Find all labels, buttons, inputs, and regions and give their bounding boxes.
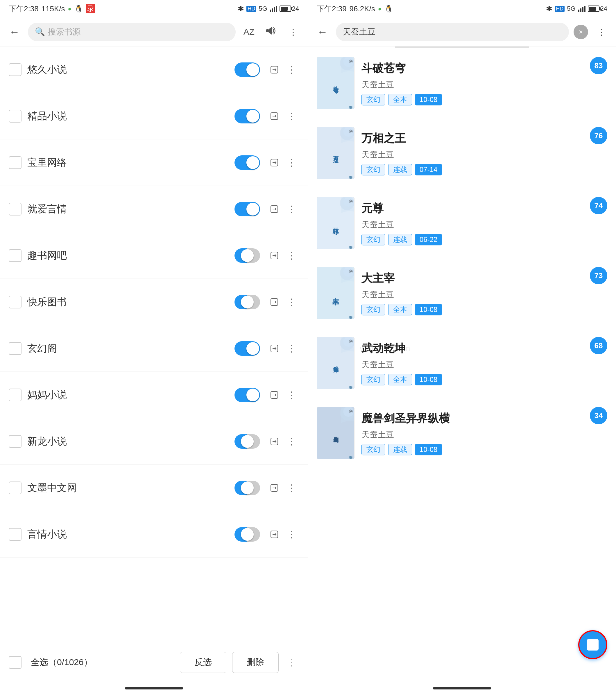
source-checkbox-3[interactable] (9, 203, 21, 216)
source-checkbox-1[interactable] (9, 110, 21, 122)
bottom-more-button[interactable]: ⋮ (284, 655, 299, 670)
left-status-bar: 下午2:38 115K/s ● 🐧 录 ✱ HD 5G 24 (0, 0, 308, 17)
inverse-select-button[interactable]: 反选 (180, 652, 226, 673)
source-more-4[interactable]: ⋮ (284, 248, 299, 263)
source-edit-10[interactable] (267, 527, 281, 542)
result-item[interactable]: 元尊 天蚕土豆 ❀ 元尊 天蚕土豆 玄幻 连载 06-22 74 (314, 188, 610, 258)
result-count-5: 34 (590, 407, 607, 424)
left-panel: 下午2:38 115K/s ● 🐧 录 ✱ HD 5G 24 ← (0, 0, 308, 697)
left-5g-badge: 5G (259, 5, 267, 13)
right-home-indicator (308, 680, 616, 697)
select-all-label: 全选（0/1026） (31, 656, 92, 668)
result-item[interactable]: 斗破苍穹 天蚕土豆 ❀ 斗破苍穹 天蚕土豆 玄幻 全本 10-08 83 (314, 48, 610, 118)
source-checkbox-10[interactable] (9, 528, 21, 541)
source-name-9: 文墨中文网 (27, 481, 234, 494)
source-checkbox-2[interactable] (9, 156, 21, 169)
left-home-indicator (0, 680, 308, 697)
source-checkbox-4[interactable] (9, 249, 21, 262)
source-toggle-3[interactable] (234, 202, 260, 216)
right-network: 96.2K/s (350, 4, 375, 13)
source-toggle-10[interactable] (234, 527, 260, 542)
result-tags-5: 玄幻 连载 10-08 (362, 444, 607, 455)
source-edit-5[interactable] (267, 295, 281, 309)
right-more-button[interactable]: ⋮ (593, 23, 610, 41)
right-time: 下午2:39 (317, 4, 347, 14)
source-more-9[interactable]: ⋮ (284, 481, 299, 495)
source-checkbox-6[interactable] (9, 342, 21, 355)
source-toggle-6[interactable] (234, 341, 260, 356)
source-toggle-9[interactable] (234, 481, 260, 495)
result-author-0: 天蚕土豆 (362, 79, 607, 90)
source-edit-6[interactable] (267, 341, 281, 356)
source-checkbox-0[interactable] (9, 63, 21, 76)
tag-genre-5: 玄幻 (362, 444, 385, 455)
source-toggle-4[interactable] (234, 248, 260, 263)
result-item[interactable]: 万相之王 天蚕土豆 ❀ 万相之王 天蚕土豆 玄幻 连载 07-14 76 (314, 118, 610, 188)
result-item[interactable]: 魔兽剑圣 天蚕土豆 ❀ 魔兽剑圣异界纵横 天蚕土豆 玄幻 连载 10-08 34 (314, 398, 610, 468)
result-count-1: 76 (590, 127, 607, 144)
source-toggle-5[interactable] (234, 295, 260, 309)
toggle-knob-7 (246, 389, 259, 401)
source-item: 妈妈小说 ⋮ (0, 372, 308, 418)
source-edit-9[interactable] (267, 481, 281, 495)
right-search-bar[interactable]: 天蚕土豆 (336, 23, 569, 41)
result-info-4: 武动乾坤 天蚕土豆 玄幻 全本 10-08 (362, 341, 607, 385)
book-cover-4: 武动乾坤 天蚕土豆 ❀ (317, 337, 354, 389)
result-author-2: 天蚕土豆 (362, 219, 607, 230)
source-item: 精品小说 ⋮ (0, 93, 308, 139)
source-toggle-8[interactable] (234, 434, 260, 449)
left-back-button[interactable]: ← (6, 23, 23, 41)
right-wifi-icon: 🐧 (384, 5, 393, 13)
source-more-10[interactable]: ⋮ (284, 527, 299, 542)
source-more-0[interactable]: ⋮ (284, 62, 299, 77)
source-name-5: 快乐图书 (27, 295, 234, 309)
stop-button[interactable] (578, 630, 607, 659)
result-title-5: 魔兽剑圣异界纵横 (362, 411, 607, 426)
source-toggle-0[interactable] (234, 62, 260, 77)
source-toggle-2[interactable] (234, 155, 260, 170)
tag-date-1: 07-14 (415, 164, 442, 175)
left-search-bar[interactable]: 🔍 搜索书源 (28, 23, 236, 41)
source-more-1[interactable]: ⋮ (284, 109, 299, 123)
result-title-2: 元尊 (362, 201, 607, 216)
result-item[interactable]: 大主宰 天蚕土豆 ❀ 大主宰 天蚕土豆 玄幻 全本 10-08 73 (314, 258, 610, 328)
left-signal (270, 5, 277, 12)
sort-az-button[interactable]: AZ (240, 23, 258, 41)
source-edit-1[interactable] (267, 109, 281, 123)
toggle-knob-10 (241, 528, 254, 541)
tag-status-4: 全本 (388, 374, 412, 385)
tag-date-5: 10-08 (415, 444, 442, 455)
source-more-5[interactable]: ⋮ (284, 295, 299, 309)
source-edit-3[interactable] (267, 202, 281, 216)
source-more-3[interactable]: ⋮ (284, 202, 299, 216)
source-checkbox-7[interactable] (9, 389, 21, 401)
source-name-6: 玄幻阁 (27, 342, 234, 355)
flower-deco-3: ❀ (349, 268, 353, 275)
source-more-2[interactable]: ⋮ (284, 155, 299, 170)
tts-button[interactable] (262, 23, 280, 41)
source-edit-8[interactable] (267, 434, 281, 449)
left-more-button[interactable]: ⋮ (284, 23, 302, 41)
source-more-6[interactable]: ⋮ (284, 341, 299, 356)
source-checkbox-9[interactable] (9, 481, 21, 494)
right-back-button[interactable]: ← (314, 23, 331, 41)
source-edit-0[interactable] (267, 62, 281, 77)
source-checkbox-8[interactable] (9, 435, 21, 448)
select-all-checkbox[interactable] (9, 656, 21, 669)
delete-button[interactable]: 删除 (232, 652, 279, 673)
result-item[interactable]: 武动乾坤 天蚕土豆 ❀ 武动乾坤 天蚕土豆 玄幻 全本 10-08 68 (314, 328, 610, 398)
source-more-8[interactable]: ⋮ (284, 434, 299, 449)
source-checkbox-5[interactable] (9, 296, 21, 308)
source-more-7[interactable]: ⋮ (284, 388, 299, 402)
source-toggle-1[interactable] (234, 109, 260, 123)
tts-icon (266, 27, 276, 37)
source-edit-7[interactable] (267, 388, 281, 402)
source-edit-2[interactable] (267, 155, 281, 170)
result-author-4: 天蚕土豆 (362, 359, 607, 370)
search-icon: 🔍 (35, 27, 45, 36)
source-item: 言情小说 ⋮ (0, 511, 308, 558)
clear-search-button[interactable]: × (574, 25, 588, 39)
source-edit-4[interactable] (267, 248, 281, 263)
source-toggle-7[interactable] (234, 388, 260, 402)
source-item: 就爱言情 ⋮ (0, 186, 308, 232)
